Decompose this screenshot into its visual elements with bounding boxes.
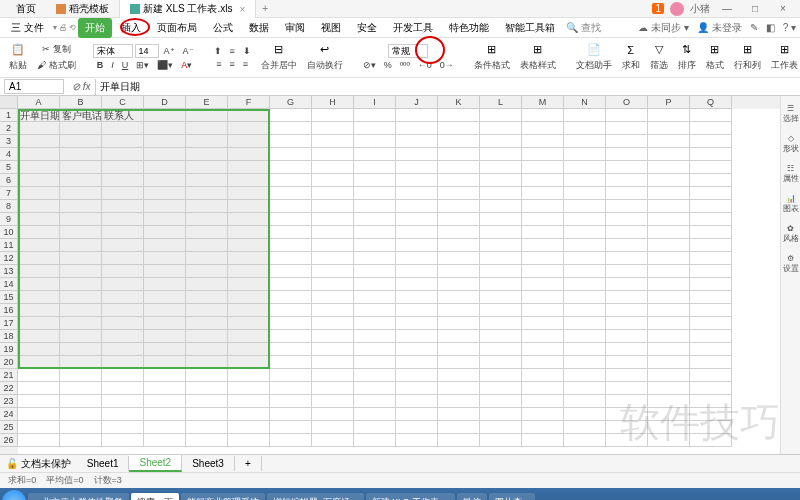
cell[interactable] — [606, 187, 648, 200]
cell[interactable] — [564, 213, 606, 226]
cell[interactable] — [648, 317, 690, 330]
align-mid[interactable]: ≡ — [227, 45, 238, 57]
cell[interactable] — [354, 382, 396, 395]
col-header[interactable]: G — [270, 96, 312, 109]
cell[interactable] — [186, 330, 228, 343]
merge-icon[interactable]: ⊟ — [272, 43, 286, 57]
cell[interactable] — [354, 213, 396, 226]
cell[interactable] — [522, 304, 564, 317]
rowcol-button[interactable]: 行和列 — [731, 58, 764, 73]
cell[interactable] — [564, 226, 606, 239]
cell[interactable] — [690, 161, 732, 174]
dec-decimal[interactable]: 0→ — [437, 59, 457, 71]
cell[interactable] — [144, 291, 186, 304]
cell[interactable] — [312, 148, 354, 161]
cell[interactable] — [186, 109, 228, 122]
cell[interactable] — [102, 226, 144, 239]
cell[interactable] — [564, 356, 606, 369]
cell[interactable] — [354, 239, 396, 252]
cell[interactable] — [690, 148, 732, 161]
col-header[interactable]: D — [144, 96, 186, 109]
cell[interactable] — [270, 122, 312, 135]
cell[interactable] — [312, 408, 354, 421]
cell[interactable] — [396, 161, 438, 174]
cell[interactable] — [690, 135, 732, 148]
cell[interactable] — [648, 265, 690, 278]
helper-icon[interactable]: 📄 — [587, 43, 601, 57]
cell[interactable] — [312, 369, 354, 382]
side-chart[interactable]: 📊图表 — [783, 194, 799, 214]
cell[interactable] — [228, 109, 270, 122]
row-header[interactable]: 5 — [0, 161, 18, 174]
side-settings[interactable]: ⚙设置 — [783, 254, 799, 274]
cell[interactable] — [522, 265, 564, 278]
cell[interactable] — [606, 395, 648, 408]
cell[interactable] — [648, 278, 690, 291]
cell[interactable] — [228, 291, 270, 304]
cell[interactable] — [648, 252, 690, 265]
cell[interactable] — [270, 174, 312, 187]
cell[interactable] — [18, 343, 60, 356]
cell[interactable] — [606, 408, 648, 421]
row-header[interactable]: 21 — [0, 369, 18, 382]
cell[interactable] — [228, 395, 270, 408]
cell[interactable] — [270, 356, 312, 369]
row-header[interactable]: 25 — [0, 421, 18, 434]
cell[interactable] — [480, 135, 522, 148]
skin-icon[interactable]: ◧ — [766, 22, 775, 33]
cell[interactable] — [186, 213, 228, 226]
cell[interactable] — [606, 330, 648, 343]
wrap-icon[interactable]: ↩ — [318, 43, 332, 57]
cell[interactable] — [480, 226, 522, 239]
cell[interactable] — [522, 239, 564, 252]
cell[interactable] — [690, 421, 732, 434]
cell[interactable] — [438, 148, 480, 161]
cell[interactable] — [354, 187, 396, 200]
cell[interactable] — [396, 395, 438, 408]
cell[interactable] — [144, 395, 186, 408]
cell[interactable] — [60, 226, 102, 239]
italic-button[interactable]: I — [108, 59, 117, 71]
cell[interactable] — [312, 161, 354, 174]
cell[interactable] — [228, 278, 270, 291]
cell[interactable] — [438, 291, 480, 304]
cell[interactable] — [396, 109, 438, 122]
cell[interactable] — [228, 421, 270, 434]
cell[interactable] — [690, 200, 732, 213]
cell[interactable] — [438, 421, 480, 434]
row-header[interactable]: 1 — [0, 109, 18, 122]
cell[interactable] — [144, 187, 186, 200]
row-header[interactable]: 19 — [0, 343, 18, 356]
cell[interactable] — [228, 200, 270, 213]
dropdown-icon[interactable]: ▾ 🖨 ⟲ — [53, 23, 76, 32]
format-icon[interactable]: ⊞ — [708, 43, 722, 57]
cell[interactable] — [480, 434, 522, 447]
cell[interactable] — [186, 304, 228, 317]
col-header[interactable]: I — [354, 96, 396, 109]
cell[interactable] — [354, 343, 396, 356]
menu-data[interactable]: 数据 — [242, 18, 276, 38]
cell[interactable] — [648, 239, 690, 252]
cell[interactable] — [396, 343, 438, 356]
cell[interactable] — [690, 226, 732, 239]
cell[interactable] — [144, 421, 186, 434]
cell[interactable] — [270, 187, 312, 200]
row-header[interactable]: 23 — [0, 395, 18, 408]
cell[interactable] — [438, 330, 480, 343]
side-select[interactable]: ☰选择 — [783, 104, 799, 124]
cell[interactable] — [522, 161, 564, 174]
cell[interactable] — [606, 317, 648, 330]
col-header[interactable]: L — [480, 96, 522, 109]
row-header[interactable]: 15 — [0, 291, 18, 304]
cell[interactable] — [564, 317, 606, 330]
cell[interactable] — [648, 434, 690, 447]
cell[interactable] — [18, 369, 60, 382]
cell[interactable] — [648, 213, 690, 226]
cell[interactable] — [690, 304, 732, 317]
menu-review[interactable]: 审阅 — [278, 18, 312, 38]
cell[interactable] — [606, 161, 648, 174]
cell[interactable] — [522, 213, 564, 226]
cell[interactable] — [270, 148, 312, 161]
currency-button[interactable]: ⊘▾ — [360, 59, 379, 71]
cell[interactable] — [312, 252, 354, 265]
